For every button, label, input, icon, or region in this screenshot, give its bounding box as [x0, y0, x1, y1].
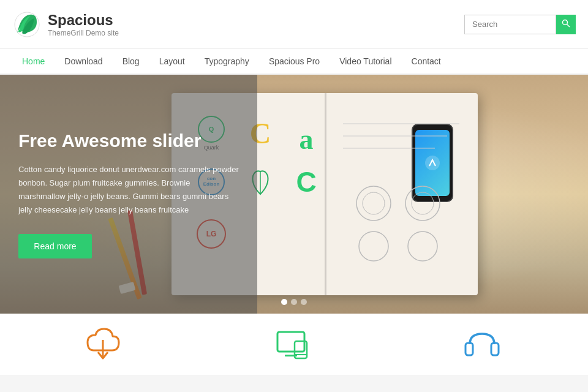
nav-link-download[interactable]: Download [55, 50, 112, 72]
cloud-download-icon [85, 323, 127, 366]
headphones-icon [461, 323, 503, 366]
site-title: Spacious [48, 12, 119, 29]
site-header: Spacious ThemeGrill Demo site [0, 0, 588, 49]
responsive-icon [273, 323, 315, 366]
book-page-content [337, 105, 472, 277]
logo-c-green: C [285, 160, 328, 203]
site-logo [12, 10, 42, 39]
search-input[interactable] [464, 15, 556, 34]
slider-dot-1[interactable] [281, 299, 287, 305]
nav-link-layout[interactable]: Layout [149, 50, 195, 72]
nav-item-layout[interactable]: Layout [149, 50, 195, 72]
nav-link-video-tutorial[interactable]: Video Tutorial [330, 50, 401, 72]
svg-line-2 [567, 24, 570, 28]
search-area [464, 15, 576, 34]
nav-link-contact[interactable]: Contact [402, 50, 451, 72]
svg-point-8 [356, 186, 391, 221]
nav-link-blog[interactable]: Blog [113, 50, 149, 72]
slider-dots [281, 299, 307, 305]
features-section [0, 314, 588, 375]
nav-item-typography[interactable]: Typography [195, 50, 259, 72]
svg-point-12 [359, 232, 388, 261]
book-right-page [337, 105, 472, 277]
logo-area: Spacious ThemeGrill Demo site [12, 10, 464, 39]
nav-item-home[interactable]: Home [12, 50, 55, 72]
hero-text-overlay: Free Awesome slider Cotton candy liquori… [0, 75, 257, 314]
hero-title: Free Awesome slider [18, 130, 239, 152]
search-button[interactable] [556, 15, 576, 34]
hero-description: Cotton candy liquorice donut unerdwear.c… [18, 163, 239, 217]
nav-link-typography[interactable]: Typography [195, 50, 259, 72]
hero-slider: Q Quark C a conEdison [0, 75, 588, 314]
svg-point-13 [408, 232, 437, 261]
search-icon [562, 19, 570, 28]
nav-item-download[interactable]: Download [55, 50, 112, 72]
nav-item-blog[interactable]: Blog [113, 50, 149, 72]
slider-dot-2[interactable] [291, 299, 297, 305]
nav-link-spacious-pro[interactable]: Spacious Pro [259, 50, 330, 72]
nav-link-home[interactable]: Home [12, 50, 55, 72]
feature-icon-support [461, 323, 503, 366]
logo-text: Spacious ThemeGrill Demo site [48, 12, 119, 37]
svg-point-10 [405, 186, 440, 221]
svg-point-9 [363, 192, 385, 214]
feature-icon-download [85, 323, 127, 366]
nav-item-video-tutorial[interactable]: Video Tutorial [330, 50, 401, 72]
slider-dot-3[interactable] [301, 299, 307, 305]
logo-a-teal: a [285, 118, 328, 160]
svg-rect-20 [491, 343, 499, 355]
main-nav: Home Download Blog Layout Typography Spa… [0, 49, 588, 75]
svg-point-1 [563, 20, 568, 25]
svg-point-11 [412, 192, 434, 214]
read-more-button[interactable]: Read more [18, 234, 92, 258]
site-tagline: ThemeGrill Demo site [48, 29, 119, 37]
svg-rect-19 [466, 343, 473, 355]
nav-item-spacious-pro[interactable]: Spacious Pro [259, 50, 330, 72]
feature-icon-responsive [273, 323, 315, 366]
nav-list: Home Download Blog Layout Typography Spa… [12, 50, 451, 72]
nav-item-contact[interactable]: Contact [402, 50, 451, 72]
